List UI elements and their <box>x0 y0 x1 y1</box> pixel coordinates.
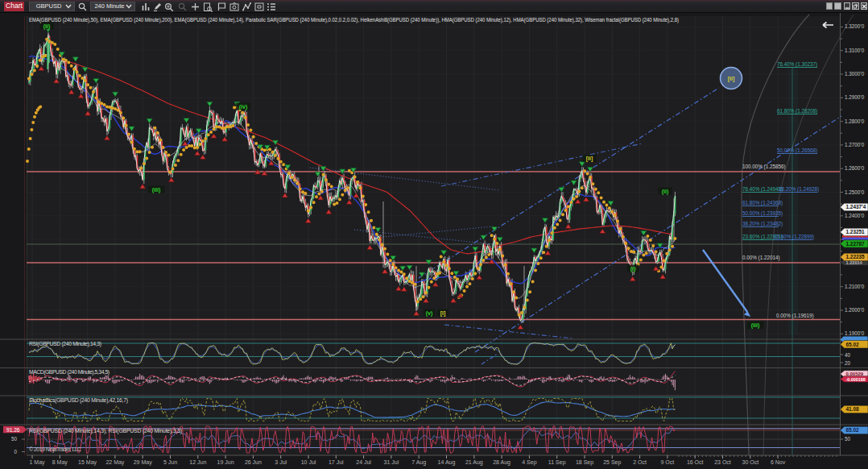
svg-text:0.00529: 0.00529 <box>846 371 864 376</box>
svg-text:2 Oct: 2 Oct <box>633 459 647 465</box>
svg-text:61.80% (1.28208): 61.80% (1.28208) <box>777 108 817 114</box>
svg-text:1.1900’0: 1.1900’0 <box>845 330 865 336</box>
svg-text:1.2437’4: 1.2437’4 <box>846 204 866 210</box>
svg-text:7 Aug: 7 Aug <box>411 459 426 466</box>
svg-text:(ii): (ii) <box>43 23 51 30</box>
svg-text:12 Jun: 12 Jun <box>189 459 206 465</box>
svg-text:[i]: [i] <box>440 310 446 317</box>
svg-text:4 Sep: 4 Sep <box>522 459 536 466</box>
svg-text:(i): (i) <box>630 266 636 272</box>
svg-text:1.22235: 1.22235 <box>846 254 866 259</box>
svg-text:100.00% (1.25856): 100.00% (1.25856) <box>742 164 786 170</box>
svg-text:EMA(GBPUSD (240 Minute),50), E: EMA(GBPUSD (240 Minute),50), EMA(GBPUSD … <box>29 17 679 23</box>
svg-text:26 Jun: 26 Jun <box>245 459 262 465</box>
svg-text:50: 50 <box>845 436 851 442</box>
svg-text:14 Aug: 14 Aug <box>438 459 456 466</box>
svg-text:25 Sep: 25 Sep <box>603 459 621 466</box>
svg-text:1.2900’0: 1.2900’0 <box>845 94 865 100</box>
svg-text:(iii): (iii) <box>751 322 760 329</box>
svg-text:Stochastics(GBPUSD (240 Minute: Stochastics(GBPUSD (240 Minute),42,16,7) <box>29 397 128 404</box>
svg-text:50.00% (1.23935): 50.00% (1.23935) <box>742 210 783 217</box>
svg-text:41.08: 41.08 <box>846 406 859 412</box>
svg-text:1.2700’0: 1.2700’0 <box>845 142 865 147</box>
svg-text:18 Sep: 18 Sep <box>576 459 593 466</box>
svg-text:5 Jun: 5 Jun <box>163 459 177 465</box>
svg-text:29 May: 29 May <box>134 459 152 466</box>
svg-text:40: 40 <box>845 352 851 358</box>
svg-text:RSI(GBPUSD (240 Minute),14,3),: RSI(GBPUSD (240 Minute),14,3), RSI(GBPUS… <box>29 428 182 434</box>
svg-text:(iii): (iii) <box>152 187 161 193</box>
svg-text:17 Jul: 17 Jul <box>329 459 344 465</box>
svg-text:(iv): (iv) <box>239 104 248 110</box>
svg-text:15 May: 15 May <box>78 459 97 466</box>
svg-text:76.40% (1.30237): 76.40% (1.30237) <box>777 61 817 68</box>
svg-text:0.00% (1.19619): 0.00% (1.19619) <box>776 313 814 319</box>
svg-text:38.20% (1.24928): 38.20% (1.24928) <box>779 186 819 193</box>
svg-text:© 2019 NinjaTrader, LLC: © 2019 NinjaTrader, LLC <box>29 446 81 453</box>
svg-text:(v): (v) <box>426 310 433 317</box>
svg-text:28 Aug: 28 Aug <box>493 459 510 466</box>
svg-text:24 Jul: 24 Jul <box>356 459 371 465</box>
svg-text:38.20% (1.23482): 38.20% (1.23482) <box>742 221 783 227</box>
svg-text:91.26: 91.26 <box>6 427 20 433</box>
svg-text:1.3000’0: 1.3000’0 <box>845 71 865 77</box>
svg-text:8 May: 8 May <box>52 459 68 466</box>
svg-text:65.02: 65.02 <box>846 427 859 433</box>
svg-text:1.2600’0: 1.2600’0 <box>845 165 865 171</box>
svg-text:21 Aug: 21 Aug <box>465 459 483 466</box>
svg-text:1.2400’0: 1.2400’0 <box>845 213 865 218</box>
svg-text:1.3200’0: 1.3200’0 <box>845 23 865 29</box>
svg-text:0: 0 <box>14 449 17 454</box>
svg-text:1.2100’0: 1.2100’0 <box>845 284 865 289</box>
svg-text:50.00% (1.26568): 50.00% (1.26568) <box>777 147 817 154</box>
svg-text:10 Jul: 10 Jul <box>301 459 316 465</box>
svg-text:[ii]: [ii] <box>586 156 593 162</box>
svg-text:65.02: 65.02 <box>846 342 859 347</box>
svg-text:-0.000188: -0.000188 <box>846 377 866 382</box>
svg-text:1.22787: 1.22787 <box>846 241 866 247</box>
svg-text:31 Jul: 31 Jul <box>384 459 399 465</box>
svg-text:23 Oct: 23 Oct <box>714 459 731 465</box>
svg-text:3 Jul: 3 Jul <box>275 459 287 465</box>
svg-text:23.60% (1.22899): 23.60% (1.22899) <box>774 234 814 240</box>
svg-text:19 Jun: 19 Jun <box>217 459 234 465</box>
svg-text:11 Sep: 11 Sep <box>548 459 566 466</box>
svg-text:MACD(GBPUSD (240 Minute),5,34,: MACD(GBPUSD (240 Minute),5,34,5) <box>29 369 110 376</box>
svg-text:9 Oct: 9 Oct <box>661 459 675 465</box>
svg-text:76.40% (1.24948): 76.40% (1.24948) <box>742 186 783 193</box>
svg-text:(ii): (ii) <box>662 189 669 195</box>
svg-text:50: 50 <box>11 436 18 442</box>
svg-text:30 Oct: 30 Oct <box>742 459 758 465</box>
svg-text:61.80% (1.24368): 61.80% (1.24368) <box>742 200 783 206</box>
svg-text:1.23251: 1.23251 <box>846 229 866 234</box>
svg-text:1 May: 1 May <box>29 459 45 466</box>
svg-text:22 May: 22 May <box>105 459 124 466</box>
svg-text:1.2800’0: 1.2800’0 <box>845 118 865 124</box>
svg-text:1.2000’0: 1.2000’0 <box>845 307 865 313</box>
svg-text:1.2500’0: 1.2500’0 <box>845 189 865 195</box>
svg-text:20: 20 <box>845 360 851 366</box>
svg-text:1.3100’0: 1.3100’0 <box>845 48 865 53</box>
svg-text:[ii]: [ii] <box>728 76 735 82</box>
svg-text:6 Nov: 6 Nov <box>771 459 786 465</box>
svg-text:RSI(GBPUSD (240 Minute),14,3): RSI(GBPUSD (240 Minute),14,3) <box>29 341 101 347</box>
svg-text:0.00% (1.22014): 0.00% (1.22014) <box>742 255 780 261</box>
svg-text:16 Oct: 16 Oct <box>687 459 704 465</box>
